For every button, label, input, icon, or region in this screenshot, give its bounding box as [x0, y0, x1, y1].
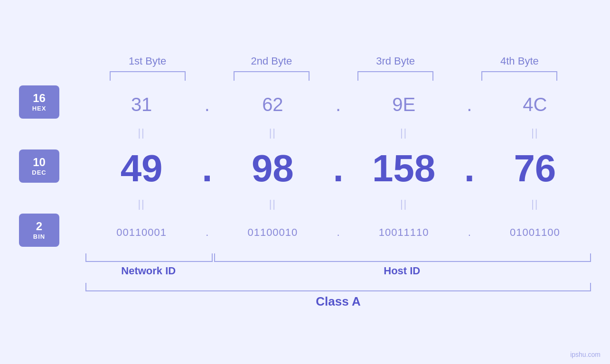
dec-val-1: 49: [85, 147, 197, 190]
network-id-label: Network ID: [85, 265, 212, 277]
dec-val-2: 98: [216, 147, 328, 190]
bars-row-2: || || || ||: [85, 195, 591, 214]
bin-row: 00110001 . 01100010 . 10011110 . 0100110…: [85, 214, 591, 252]
watermark: ipshu.com: [570, 351, 601, 358]
dec-val-3: 158: [348, 147, 460, 190]
host-id-label: Host ID: [213, 265, 591, 277]
byte-header-4: 4th Byte: [458, 55, 582, 67]
dot-hex-1: .: [197, 94, 216, 115]
dot-dec-2: .: [329, 147, 348, 190]
bin-val-4: 01001100: [479, 226, 591, 239]
top-bracket-3: [357, 71, 433, 81]
bin-val-3: 10011110: [348, 226, 460, 239]
byte-header-1: 1st Byte: [85, 55, 209, 67]
bar-5: ||: [85, 198, 197, 210]
hex-val-3: 9E: [348, 94, 460, 115]
hex-val-4: 4C: [479, 94, 591, 115]
hex-val-2: 62: [216, 94, 328, 115]
label-column: 16 HEX 10 DEC 2 BIN: [19, 85, 85, 252]
dec-badge-label: DEC: [32, 169, 46, 176]
bar-2: ||: [216, 127, 328, 139]
top-bracket-1: [110, 71, 186, 81]
dec-val-4: 76: [479, 147, 591, 190]
bar-3: ||: [348, 127, 460, 139]
bar-7: ||: [348, 198, 460, 210]
hex-row: 31 . 62 . 9E . 4C: [85, 85, 591, 123]
class-a-bracket: [85, 283, 591, 291]
bracket-cell-1: [85, 71, 209, 81]
data-columns: 31 . 62 . 9E . 4C || || || || 49: [85, 85, 591, 309]
dot-bin-2: .: [329, 226, 348, 239]
hex-badge: 16 HEX: [19, 85, 59, 119]
byte-header-2: 2nd Byte: [209, 55, 333, 67]
class-a-label: Class A: [85, 294, 591, 309]
dot-hex-3: .: [460, 94, 479, 115]
top-bracket-row: [19, 71, 591, 81]
bar-6: ||: [216, 198, 328, 210]
bracket-cell-3: [334, 71, 458, 81]
dec-badge: 10 DEC: [19, 149, 59, 183]
bin-badge: 2 BIN: [19, 214, 59, 247]
dot-hex-2: .: [329, 94, 348, 115]
dec-row: 49 . 98 . 158 . 76: [85, 142, 591, 195]
bar-1: ||: [85, 127, 197, 139]
bin-badge-label: BIN: [33, 233, 45, 240]
hex-badge-label: HEX: [32, 105, 47, 112]
top-bracket-2: [234, 71, 310, 81]
byte-header-3: 3rd Byte: [334, 55, 458, 67]
main-container: 1st Byte 2nd Byte 3rd Byte 4th Byte 16 H…: [0, 0, 610, 364]
bin-val-2: 01100010: [216, 226, 328, 239]
dot-bin-1: .: [197, 226, 216, 239]
dot-bin-3: .: [460, 226, 479, 239]
network-id-bracket: [85, 253, 213, 262]
top-bracket-4: [481, 71, 557, 81]
id-labels-row: Network ID Host ID: [85, 265, 591, 277]
bracket-cell-4: [458, 71, 582, 81]
bin-badge-number: 2: [36, 220, 42, 233]
hex-val-1: 31: [85, 94, 197, 115]
bar-4: ||: [479, 127, 591, 139]
dot-dec-3: .: [460, 147, 479, 190]
bars-row-1: || || || ||: [85, 123, 591, 142]
host-id-bracket: [214, 253, 591, 262]
dot-dec-1: .: [197, 147, 216, 190]
bar-8: ||: [479, 198, 591, 210]
dec-badge-number: 10: [33, 156, 46, 168]
bracket-cell-2: [209, 71, 333, 81]
bin-val-1: 00110001: [85, 226, 197, 239]
byte-headers-row: 1st Byte 2nd Byte 3rd Byte 4th Byte: [19, 55, 591, 67]
hex-badge-number: 16: [33, 92, 46, 104]
